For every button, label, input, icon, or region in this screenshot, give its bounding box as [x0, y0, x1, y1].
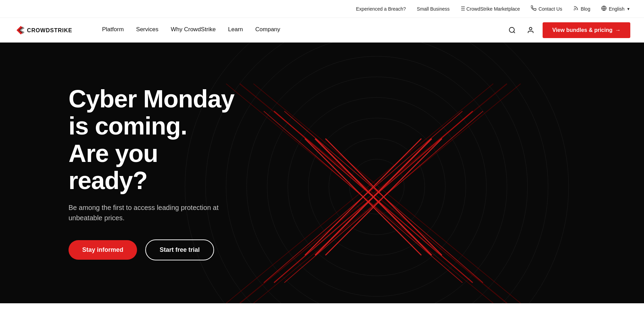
dots-icon: ⠿ — [461, 5, 465, 13]
hero-subtitle: Be among the first to access leading pro… — [69, 202, 240, 223]
nav-company[interactable]: Company — [249, 18, 286, 43]
svg-line-27 — [284, 111, 483, 283]
arrow-icon: → — [615, 27, 621, 33]
top-bar: Experienced a Breach? Small Business ⠿ C… — [0, 0, 644, 18]
contact-link[interactable]: Contact Us — [531, 5, 562, 12]
svg-point-9 — [329, 139, 425, 235]
main-nav: CROWDSTRIKE Platform Services Why CrowdS… — [0, 18, 644, 43]
svg-text:CROWDSTRIKE: CROWDSTRIKE — [27, 27, 72, 33]
svg-line-30 — [325, 139, 442, 255]
hero-section: Cyber Monday is coming. Are you ready? B… — [0, 43, 644, 303]
stay-informed-button[interactable]: Stay informed — [69, 240, 137, 260]
globe-icon — [601, 5, 607, 12]
svg-point-6 — [530, 27, 532, 30]
chevron-down-icon: ▼ — [627, 7, 630, 11]
svg-line-31 — [305, 139, 421, 255]
logo-icon — [16, 26, 24, 34]
svg-point-0 — [574, 10, 574, 10]
breach-link[interactable]: Experienced a Breach? — [356, 6, 406, 12]
nav-services[interactable]: Services — [130, 18, 164, 43]
svg-point-10 — [308, 118, 445, 255]
svg-point-11 — [288, 97, 466, 276]
hero-content: Cyber Monday is coming. Are you ready? B… — [0, 58, 308, 288]
svg-line-5 — [514, 32, 515, 33]
svg-line-32 — [315, 139, 432, 255]
svg-point-4 — [509, 27, 515, 32]
nav-links: Platform Services Why CrowdStrike Learn … — [96, 18, 506, 43]
nav-why-crowdstrike[interactable]: Why CrowdStrike — [164, 18, 222, 43]
nav-platform[interactable]: Platform — [96, 18, 130, 43]
svg-line-29 — [315, 139, 432, 255]
svg-line-34 — [305, 139, 421, 255]
nav-learn[interactable]: Learn — [222, 18, 249, 43]
rss-icon — [573, 5, 579, 12]
view-pricing-button[interactable]: View bundles & pricing → — [543, 22, 630, 38]
account-button[interactable] — [524, 24, 537, 37]
small-business-link[interactable]: Small Business — [417, 6, 450, 12]
search-button[interactable] — [506, 24, 519, 37]
svg-line-24 — [284, 111, 483, 283]
hero-buttons: Stay informed Start free trial — [69, 239, 240, 260]
hero-title: Cyber Monday is coming. Are you ready? — [69, 85, 240, 194]
logo[interactable]: CROWDSTRIKE — [14, 24, 82, 36]
svg-line-33 — [325, 139, 442, 255]
marketplace-link[interactable]: ⠿ CrowdStrike Marketplace — [461, 5, 520, 13]
language-selector[interactable]: English ▼ — [601, 5, 630, 12]
phone-icon — [531, 5, 536, 12]
blog-link[interactable]: Blog — [573, 5, 590, 12]
svg-point-8 — [349, 159, 404, 214]
nav-right: View bundles & pricing → — [506, 22, 630, 38]
start-free-trial-button[interactable]: Start free trial — [145, 239, 214, 260]
